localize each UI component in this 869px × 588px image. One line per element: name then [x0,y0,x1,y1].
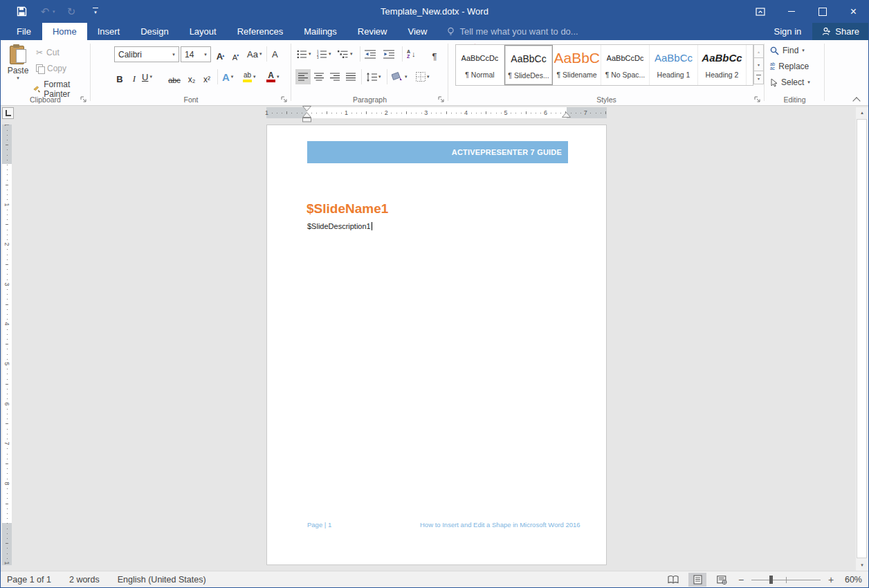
font-size-combo[interactable]: 14 ▾ [181,46,211,62]
find-button[interactable]: Find ▾ [770,46,805,55]
align-right-button[interactable] [327,69,342,84]
tab-file[interactable]: File [6,23,42,40]
subscript-button[interactable]: x₂ [185,69,199,86]
shrink-font-button[interactable]: A▾ [229,46,243,63]
footer-document-title[interactable]: How to Insert and Edit a Shape in Micros… [420,521,580,529]
copy-button[interactable]: Copy [36,64,66,73]
justify-button[interactable] [343,69,358,84]
underline-button[interactable]: U▾ [142,69,152,84]
styles-more-button[interactable]: ▾ [753,71,764,84]
slide-name-text[interactable]: $SlideName1 [307,201,388,217]
tab-home[interactable]: Home [42,23,87,40]
tab-layout[interactable]: Layout [179,23,227,40]
italic-button[interactable]: I [128,69,140,86]
save-icon[interactable] [10,3,33,21]
vertical-scrollbar[interactable]: ▴ ▾ [856,107,868,571]
multilevel-list-button[interactable]: ▾ [338,46,353,62]
tab-insert[interactable]: Insert [87,23,131,40]
print-layout-button[interactable] [688,573,706,587]
cut-button[interactable]: ✂ Cut [36,48,60,57]
minimize-button[interactable] [776,0,807,23]
paragraph-dialog-launcher[interactable] [438,95,445,102]
style-label: ¶ SlideDes... [508,71,549,80]
header-banner[interactable]: ACTIVEPRESENTER 7 GUIDE [307,141,568,163]
replace-button[interactable]: abac Replace [770,62,809,71]
ruler-tick [6,504,8,504]
web-layout-button[interactable] [713,573,731,587]
scroll-down-icon[interactable]: ▾ [856,560,868,571]
sort-button[interactable]: AZ ↓ [407,46,416,62]
scroll-up-icon[interactable]: ▴ [856,107,868,118]
strikethrough-button[interactable]: abc [165,69,183,86]
align-left-button[interactable] [295,69,311,84]
style-normal[interactable]: AaBbCcDc¶ Normal [456,45,504,85]
numbering-button[interactable]: 123 ▾ [317,46,331,62]
zoom-out-button[interactable]: − [737,574,745,585]
tab-design[interactable]: Design [130,23,179,40]
styles-scroll-up-button[interactable]: ▴ [753,44,764,58]
style-nospac[interactable]: AaBbCcDc¶ No Spac... [601,45,650,85]
line-spacing-button[interactable]: ▾ [366,69,381,84]
tab-view[interactable]: View [397,23,437,40]
language[interactable]: English (United States) [118,575,206,585]
word-count[interactable]: 2 words [69,575,100,585]
tab-stop-selector[interactable] [2,107,14,119]
align-center-button[interactable] [311,69,327,84]
increase-indent-button[interactable] [383,46,394,62]
right-indent-marker[interactable] [562,112,571,118]
style-label: Heading 1 [657,71,690,79]
tab-mailings[interactable]: Mailings [293,23,347,40]
document-page[interactable]: ACTIVEPRESENTER 7 GUIDE $SlideName1 $Sli… [266,125,607,565]
zoom-slider-thumb[interactable] [769,576,773,584]
vertical-ruler[interactable]: 1123456781 [2,125,12,565]
footer-page-number[interactable]: Page | 1 [307,521,331,529]
shading-icon [392,72,403,82]
text-effects-button[interactable]: A▾ [222,69,233,84]
styles-scroll-down-button[interactable]: ▾ [753,57,764,71]
grow-font-button[interactable]: A▴ [214,46,228,63]
sign-in-link[interactable]: Sign in [763,23,813,40]
left-indent-marker[interactable] [302,118,311,122]
collapse-ribbon-icon[interactable] [852,97,861,102]
style-heading1[interactable]: AaBbCcHeading 1 [650,45,698,85]
hanging-indent-marker[interactable] [302,112,311,118]
customize-qat-icon[interactable]: ▾ [93,8,98,15]
redo-icon[interactable]: ↻ [60,3,83,21]
font-color-button[interactable]: A ▾ [266,69,280,84]
share-button[interactable]: Share [812,23,869,40]
slide-description-text[interactable]: $SlideDescription1 [307,222,372,230]
close-button[interactable]: × [838,0,869,23]
styles-dialog-launcher[interactable] [754,95,761,102]
borders-button[interactable]: ▾ [416,69,430,84]
paste-button[interactable]: Paste ▾ [4,43,32,93]
first-line-indent-marker[interactable] [302,106,311,111]
decrease-indent-button[interactable] [365,46,376,62]
bold-button[interactable]: B [113,69,127,86]
change-case-button[interactable]: Aa▾ [247,46,262,62]
superscript-button[interactable]: x² [200,69,214,86]
select-button[interactable]: Select ▾ [770,77,810,87]
bullets-button[interactable]: ▾ [297,46,311,62]
ribbon-display-options-icon[interactable] [744,0,776,23]
font-dialog-launcher[interactable] [281,95,288,102]
style-slidename[interactable]: AaBbCc¶ Slidename [553,45,601,85]
read-mode-button[interactable] [664,573,682,587]
tab-review[interactable]: Review [347,23,398,40]
tell-me-box[interactable]: Tell me what you want to do... [447,23,578,40]
horizontal-ruler[interactable]: 11234567 [266,107,607,118]
scrollbar-thumb[interactable] [857,119,867,558]
undo-dropdown-icon[interactable]: ▾ [53,9,60,15]
style-heading2[interactable]: AaBbCcHeading 2 [698,45,747,85]
shading-button[interactable]: ▾ [392,69,408,84]
highlight-button[interactable]: ab ▾ [243,69,256,84]
style-slidedes[interactable]: AaBbCc¶ SlideDes... [504,45,553,85]
page-count[interactable]: Page 1 of 1 [7,575,51,585]
font-name-combo[interactable]: Calibri ▾ [114,46,179,62]
zoom-slider[interactable] [751,576,821,584]
maximize-button[interactable] [807,0,838,23]
show-paragraph-marks-button[interactable]: ¶ [428,46,441,63]
tab-references[interactable]: References [227,23,293,40]
zoom-level[interactable]: 60% [841,575,862,585]
clipboard-dialog-launcher[interactable] [80,95,87,102]
zoom-in-button[interactable]: + [827,574,835,585]
